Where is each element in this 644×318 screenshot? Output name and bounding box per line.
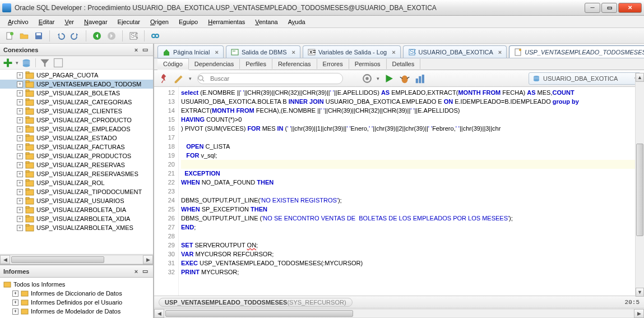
menu-ver[interactable]: Ver	[60, 17, 78, 26]
profile-button[interactable]	[414, 72, 427, 85]
undo-button[interactable]	[54, 30, 67, 42]
tab-close-icon[interactable]: ×	[498, 49, 502, 56]
editor-tab[interactable]: SQLUSUARIO_DBA_EXOTICA×	[403, 45, 507, 58]
menu-herramientas[interactable]: Herramientas	[203, 17, 249, 26]
subtab[interactable]: Errores	[317, 59, 349, 69]
tab-close-icon[interactable]: ×	[215, 49, 218, 56]
editor-tab[interactable]: Página Inicial×	[157, 45, 224, 58]
reports-tree[interactable]: Todos los Informes + Informes de Diccion…	[0, 278, 153, 318]
refresh-connections-button[interactable]	[21, 57, 32, 68]
tab-close-icon[interactable]: ×	[292, 49, 295, 56]
expand-icon[interactable]: +	[17, 162, 23, 168]
expand-icon[interactable]: +	[17, 135, 23, 141]
subtab[interactable]: Permisos	[349, 59, 387, 69]
tree-item[interactable]: + USP_VISUALIZARBOLETA_XDIA	[0, 214, 153, 223]
tree-item[interactable]: + USP_VISUALIZAR_CLIENTES	[0, 107, 153, 116]
tree-item[interactable]: + USP_VISUALIZAR_PRODUCTOS	[0, 151, 153, 160]
tree-item[interactable]: + USP_VISUALIZAR_FACTURAS	[0, 142, 153, 151]
expand-icon[interactable]: +	[17, 126, 23, 132]
window-minimize-button[interactable]: ─	[585, 3, 600, 13]
tree-item[interactable]: + USP_VISUALIZAR_ROL	[0, 178, 153, 187]
scroll-up-button[interactable]: ▲	[636, 73, 644, 82]
scroll-down-button[interactable]: ▼	[636, 288, 644, 297]
edit-button[interactable]	[173, 72, 186, 85]
expand-icon[interactable]: +	[17, 207, 23, 213]
sql-button[interactable]: SQL	[127, 30, 140, 42]
editor-tab[interactable]: Salida de DBMS×	[226, 45, 300, 58]
subtab[interactable]: Código	[157, 58, 189, 70]
tree-item[interactable]: + USP_VENTASEMPLEADO_TODOSM	[0, 80, 153, 89]
tree-item[interactable]: + USP_VISUALIZAR_CPRODUCTO	[0, 116, 153, 125]
menu-editar[interactable]: Editar	[34, 17, 59, 26]
search-input[interactable]	[197, 73, 343, 84]
connections-tree[interactable]: + USP_PAGAR_CUOTA+ USP_VENTASEMPLEADO_TO…	[0, 70, 153, 254]
tree-item[interactable]: + USP_VISUALIZAR_RESERVAS	[0, 160, 153, 169]
expand-icon[interactable]: +	[17, 108, 23, 114]
link-button[interactable]	[149, 30, 161, 42]
expand-icon[interactable]: +	[17, 171, 23, 177]
search-tree-button[interactable]	[53, 57, 64, 68]
save-button[interactable]	[33, 30, 45, 42]
connection-dropdown[interactable]: USUARIO_DBA_EXOTICA	[529, 72, 641, 85]
menu-origen[interactable]: Origen	[146, 17, 173, 26]
expand-icon[interactable]: +	[17, 180, 23, 186]
debug-button[interactable]	[399, 72, 411, 85]
expand-icon[interactable]: +	[17, 216, 23, 222]
subtab[interactable]: Detalles	[387, 59, 421, 69]
forward-button[interactable]	[105, 30, 118, 42]
tree-item[interactable]: + USP_PAGAR_CUOTA	[0, 71, 153, 80]
subtab[interactable]: Perfiles	[240, 59, 272, 69]
expand-icon[interactable]: +	[17, 189, 23, 195]
new-button[interactable]	[3, 30, 16, 42]
reports-minimize-icon[interactable]: ▭	[141, 267, 150, 276]
editor-scroll-left[interactable]: ◀	[154, 309, 164, 318]
editor-hscroll[interactable]: ◀ ▶	[154, 308, 644, 318]
menu-ayuda[interactable]: Ayuda	[284, 17, 310, 26]
expand-icon[interactable]: +	[17, 81, 23, 87]
editor-tab[interactable]: x=Variables de Salida - Log×	[303, 45, 401, 58]
expand-icon[interactable]: +	[17, 144, 23, 150]
expand-icon[interactable]: +	[17, 153, 23, 159]
run-button[interactable]	[383, 72, 395, 85]
tree-item[interactable]: + USP_VISUALIZAR_CATEGORIAS	[0, 98, 153, 107]
reports-collapse-icon[interactable]: ×	[132, 267, 141, 276]
tab-close-icon[interactable]: ×	[392, 49, 395, 56]
subtab[interactable]: Dependencias	[189, 59, 240, 69]
scroll-right-button[interactable]: ▶	[143, 255, 153, 264]
add-connection-button[interactable]	[2, 57, 13, 68]
menu-ventana[interactable]: Ventana	[251, 17, 282, 26]
window-close-button[interactable]: ✕	[618, 3, 642, 13]
tree-item[interactable]: + USP_VISUALIZAR_TIPODOCUMENT	[0, 187, 153, 196]
code-content[interactable]: select (E.NOMBRE ||' '||CHR(39)||CHR(32)…	[179, 87, 644, 296]
menu-archivo[interactable]: Archivo	[3, 17, 33, 26]
compile-button[interactable]	[361, 72, 373, 85]
window-maximize-button[interactable]: ▭	[601, 3, 617, 13]
menu-ejecutar[interactable]: Ejecutar	[113, 17, 145, 26]
expand-icon[interactable]: +	[17, 198, 23, 204]
tree-item[interactable]: + USP_VISUALIZARBOLETA_DIA	[0, 205, 153, 214]
back-button[interactable]	[91, 30, 103, 42]
report-item[interactable]: + Informes de Diccionario de Datos	[2, 289, 151, 298]
tree-item[interactable]: + USP_VISUALIZAR_BOLETAS	[0, 89, 153, 98]
tree-item[interactable]: + USP_VISUALIZAR_USUARIOS	[0, 196, 153, 205]
report-item[interactable]: + Informes de Modelador de Datos	[2, 307, 151, 316]
editor-tab[interactable]: USP_VENTASEMPLEADO_TODOSMESES×	[509, 45, 644, 58]
editor-scroll-right[interactable]: ▶	[634, 309, 644, 318]
scroll-left-button[interactable]: ◀	[0, 255, 10, 264]
expand-icon[interactable]: +	[17, 117, 23, 123]
reports-root[interactable]: Todos los Informes	[2, 280, 151, 289]
tree-item[interactable]: + USP_VISUALIZAR_ESTADO	[0, 133, 153, 142]
open-button[interactable]	[18, 30, 30, 42]
tree-item[interactable]: + USP_VISUALIZARBOLETA_XMES	[0, 223, 153, 232]
panel-minimize-icon[interactable]: ▭	[141, 45, 150, 54]
expand-icon[interactable]: +	[17, 225, 23, 231]
expand-icon[interactable]: +	[17, 72, 23, 79]
editor-vscroll[interactable]: ▲ ▼	[635, 73, 644, 297]
pin-button[interactable]	[157, 72, 170, 85]
panel-tab-icon[interactable]: ×	[132, 45, 141, 54]
filter-button[interactable]	[39, 57, 50, 68]
expand-icon[interactable]: +	[17, 90, 23, 96]
tree-item[interactable]: + USP_VISUALIZAR_EMPLEADOS	[0, 125, 153, 133]
menu-equipo[interactable]: Equipo	[174, 17, 202, 26]
expand-icon[interactable]: +	[17, 99, 23, 105]
